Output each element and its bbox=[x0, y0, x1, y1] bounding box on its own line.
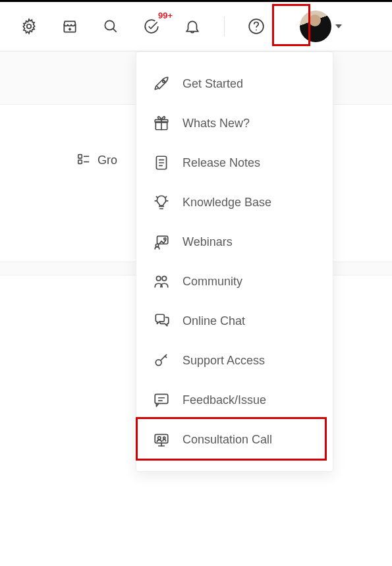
menu-item-label: Get Started bbox=[182, 77, 243, 91]
consultation-icon bbox=[152, 430, 171, 449]
gift-icon bbox=[152, 114, 171, 132]
group-by-icon bbox=[76, 152, 91, 169]
help-dropdown: Get Started Whats New? Release Notes Kno… bbox=[136, 51, 333, 472]
webinar-icon bbox=[152, 233, 171, 251]
svg-line-22 bbox=[165, 196, 167, 198]
svg-rect-7 bbox=[78, 155, 82, 159]
menu-item-webinars[interactable]: Webinars bbox=[136, 222, 333, 262]
group-by-control[interactable]: Gro bbox=[76, 152, 117, 169]
help-icon[interactable] bbox=[247, 17, 266, 36]
avatar bbox=[300, 11, 331, 42]
chevron-down-icon bbox=[335, 24, 342, 28]
svg-point-26 bbox=[156, 276, 161, 281]
menu-item-whats-new[interactable]: Whats New? bbox=[136, 103, 333, 143]
rocket-icon bbox=[152, 74, 171, 93]
bell-icon[interactable] bbox=[183, 17, 202, 36]
lightbulb-icon bbox=[152, 193, 171, 212]
svg-point-35 bbox=[158, 437, 161, 439]
menu-item-get-started[interactable]: Get Started bbox=[136, 64, 333, 103]
topbar: 99+ bbox=[0, 0, 392, 51]
community-icon bbox=[152, 272, 171, 291]
feedback-icon bbox=[152, 391, 171, 409]
menu-item-label: Community bbox=[182, 275, 242, 289]
search-icon[interactable] bbox=[101, 17, 120, 36]
svg-point-0 bbox=[27, 24, 32, 29]
svg-point-24 bbox=[164, 238, 166, 240]
key-icon bbox=[152, 351, 171, 370]
menu-item-knowledge-base[interactable]: Knowledge Base bbox=[136, 183, 333, 222]
menu-item-label: Whats New? bbox=[182, 117, 250, 130]
separator bbox=[224, 16, 225, 36]
svg-point-36 bbox=[163, 437, 165, 439]
document-icon bbox=[152, 154, 171, 172]
svg-point-27 bbox=[162, 276, 167, 281]
menu-item-release-notes[interactable]: Release Notes bbox=[136, 143, 333, 183]
menu-item-label: Feedback/Issue bbox=[182, 393, 266, 407]
svg-line-21 bbox=[156, 196, 157, 198]
menu-item-label: Release Notes bbox=[182, 156, 260, 170]
menu-item-label: Online Chat bbox=[182, 314, 245, 328]
tasks-badge: 99+ bbox=[158, 11, 173, 20]
menu-item-community[interactable]: Community bbox=[136, 262, 333, 301]
svg-point-3 bbox=[105, 20, 114, 30]
menu-item-support-access[interactable]: Support Access bbox=[136, 341, 333, 380]
store-icon[interactable] bbox=[61, 17, 79, 36]
tasks-icon[interactable]: 99+ bbox=[142, 17, 161, 36]
menu-item-label: Webinars bbox=[182, 235, 233, 249]
menu-item-label: Consultation Call bbox=[182, 433, 272, 447]
group-by-label: Gro bbox=[98, 154, 117, 167]
settings-icon[interactable] bbox=[20, 17, 38, 36]
svg-rect-8 bbox=[78, 160, 82, 164]
chat-icon bbox=[152, 312, 171, 330]
menu-item-consultation[interactable]: Consultation Call bbox=[136, 420, 333, 459]
menu-item-label: Support Access bbox=[182, 354, 265, 368]
svg-rect-29 bbox=[155, 394, 168, 403]
svg-line-4 bbox=[113, 28, 116, 32]
svg-point-6 bbox=[256, 30, 257, 31]
user-menu[interactable] bbox=[300, 11, 342, 42]
svg-point-11 bbox=[163, 80, 165, 82]
menu-item-feedback[interactable]: Feedback/Issue bbox=[136, 380, 333, 420]
menu-item-label: Knowledge Base bbox=[182, 196, 271, 210]
menu-item-online-chat[interactable]: Online Chat bbox=[136, 301, 333, 341]
